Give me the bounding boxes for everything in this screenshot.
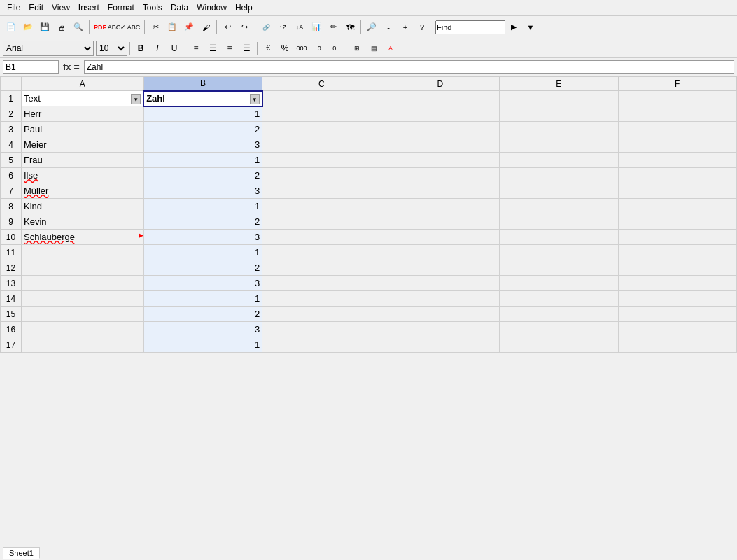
cell-c7[interactable] — [262, 183, 381, 199]
font-color-button[interactable]: A — [383, 41, 398, 55]
currency-button[interactable]: € — [260, 41, 276, 55]
cell-a3[interactable]: Paul — [22, 122, 144, 137]
cell-f16[interactable] — [618, 322, 736, 337]
menu-data[interactable]: Data — [167, 1, 192, 14]
cell-d15[interactable] — [381, 307, 499, 322]
open-button[interactable]: 📂 — [20, 20, 36, 35]
pdf-button[interactable]: PDF — [92, 20, 108, 35]
cell-d7[interactable] — [381, 183, 499, 199]
preview-button[interactable]: 🔍 — [71, 20, 86, 35]
filter-arrow-a[interactable]: ▼ — [131, 94, 141, 104]
cell-e11[interactable] — [500, 245, 618, 260]
dec-decimal-button[interactable]: 0. — [328, 41, 343, 55]
cell-d14[interactable] — [381, 291, 499, 307]
menu-view[interactable]: View — [48, 1, 74, 14]
cell-f8[interactable] — [618, 199, 736, 214]
cell-c15[interactable] — [262, 307, 381, 322]
cell-b11[interactable]: 1 — [143, 245, 262, 260]
bold-button[interactable]: B — [133, 41, 148, 55]
cell-b8[interactable]: 1 — [143, 199, 262, 214]
equals-icon[interactable]: = — [74, 62, 80, 73]
sort-asc-button[interactable]: ↑Z — [275, 20, 290, 35]
percent-button[interactable]: % — [277, 41, 293, 55]
cell-e6[interactable] — [500, 168, 618, 183]
cell-c3[interactable] — [262, 122, 381, 137]
cell-a11[interactable] — [22, 245, 144, 260]
cell-c5[interactable] — [262, 153, 381, 168]
cell-f6[interactable] — [618, 168, 736, 183]
cell-d13[interactable] — [381, 276, 499, 291]
cell-c13[interactable] — [262, 276, 381, 291]
col-header-e[interactable]: E — [500, 77, 618, 91]
cell-b17[interactable]: 1 — [143, 337, 262, 353]
redo-button[interactable]: ↪ — [237, 20, 252, 35]
cell-d8[interactable] — [381, 199, 499, 214]
cell-d6[interactable] — [381, 168, 499, 183]
italic-button[interactable]: I — [150, 41, 165, 55]
cell-d11[interactable] — [381, 245, 499, 260]
col-header-d[interactable]: D — [381, 77, 499, 91]
cell-f7[interactable] — [618, 183, 736, 199]
cell-a12[interactable] — [22, 260, 144, 276]
cell-a16[interactable] — [22, 322, 144, 337]
clone-button[interactable]: 🖌 — [198, 20, 213, 35]
menu-insert[interactable]: Insert — [74, 1, 104, 14]
menu-edit[interactable]: Edit — [24, 1, 48, 14]
cell-d1[interactable] — [381, 91, 499, 106]
cell-d9[interactable] — [381, 214, 499, 230]
col-header-c[interactable]: C — [262, 77, 381, 91]
cell-d17[interactable] — [381, 337, 499, 353]
cell-b1[interactable]: Zahl ▼ — [143, 91, 262, 106]
thousands-button[interactable]: 000 — [294, 41, 309, 55]
spellcheck2-button[interactable]: ABC — [126, 20, 141, 35]
cell-b12[interactable]: 2 — [143, 260, 262, 276]
cell-a2[interactable]: Herr — [22, 106, 144, 122]
cell-e1[interactable] — [500, 91, 618, 106]
cell-a7[interactable]: Müller — [22, 183, 144, 199]
cell-b4[interactable]: 3 — [143, 137, 262, 153]
underline-button[interactable]: U — [167, 41, 182, 55]
cell-d16[interactable] — [381, 322, 499, 337]
cell-a9[interactable]: Kevin — [22, 214, 144, 230]
align-left-button[interactable]: ≡ — [188, 41, 204, 55]
save-button[interactable]: 💾 — [37, 20, 52, 35]
col-header-b[interactable]: B — [143, 77, 262, 91]
cell-f12[interactable] — [618, 260, 736, 276]
cell-b14[interactable]: 1 — [143, 291, 262, 307]
formula-input[interactable] — [84, 60, 734, 74]
borders-button[interactable]: ⊞ — [349, 41, 365, 55]
find-all-button[interactable]: ▼ — [523, 20, 538, 35]
cell-f5[interactable] — [618, 153, 736, 168]
bg-color-button[interactable]: ▤ — [366, 41, 381, 55]
cell-b5[interactable]: 1 — [143, 153, 262, 168]
print-button[interactable]: 🖨 — [54, 20, 69, 35]
font-size-select[interactable]: 10 — [96, 41, 127, 56]
cell-c17[interactable] — [262, 337, 381, 353]
cell-f14[interactable] — [618, 291, 736, 307]
cell-d2[interactable] — [381, 106, 499, 122]
cell-f13[interactable] — [618, 276, 736, 291]
new-button[interactable]: 📄 — [3, 20, 19, 35]
cell-c11[interactable] — [262, 245, 381, 260]
cell-f10[interactable] — [618, 230, 736, 245]
menu-help[interactable]: Help — [231, 1, 257, 14]
cell-e4[interactable] — [500, 137, 618, 153]
col-header-a[interactable]: A — [22, 77, 144, 91]
cell-e3[interactable] — [500, 122, 618, 137]
cell-e13[interactable] — [500, 276, 618, 291]
align-right-button[interactable]: ≡ — [222, 41, 237, 55]
cell-a8[interactable]: Kind — [22, 199, 144, 214]
cell-a17[interactable] — [22, 337, 144, 353]
spellcheck-button[interactable]: ABC✓ — [109, 20, 125, 35]
cell-e9[interactable] — [500, 214, 618, 230]
paste-button[interactable]: 📌 — [181, 20, 197, 35]
cell-d12[interactable] — [381, 260, 499, 276]
help-button[interactable]: ? — [414, 20, 430, 35]
find-next-button[interactable]: ▶ — [506, 20, 521, 35]
cell-e16[interactable] — [500, 322, 618, 337]
cell-c16[interactable] — [262, 322, 381, 337]
justify-button[interactable]: ☰ — [239, 41, 254, 55]
cell-f17[interactable] — [618, 337, 736, 353]
cell-b15[interactable]: 2 — [143, 307, 262, 322]
cell-d10[interactable] — [381, 230, 499, 245]
